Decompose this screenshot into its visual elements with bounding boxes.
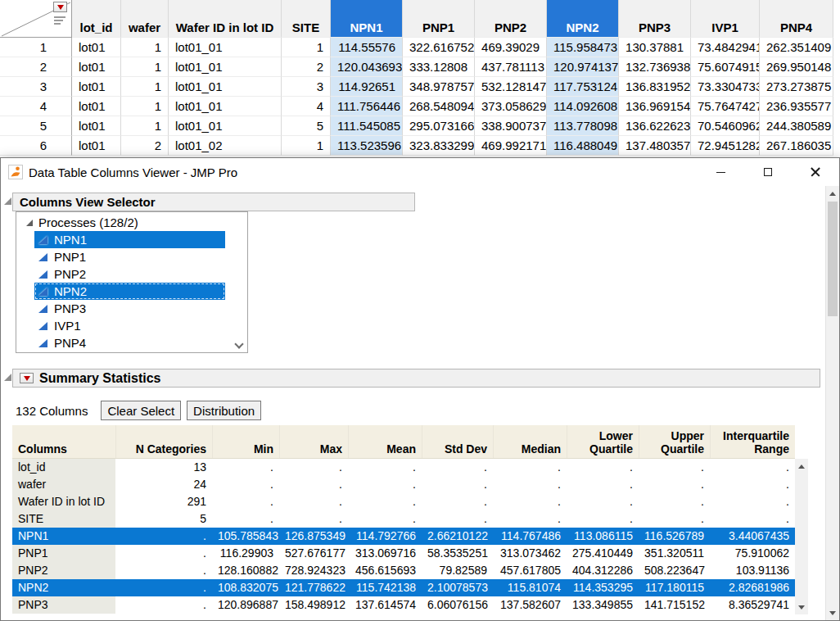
column-header-lot-id[interactable]: lot_id: [72, 0, 121, 38]
cell[interactable]: lot01: [72, 116, 121, 136]
row-number[interactable]: 5: [0, 116, 72, 136]
stats-header-std-dev[interactable]: Std Dev: [422, 425, 493, 458]
cell[interactable]: lot01: [72, 38, 121, 57]
column-header-pnp4[interactable]: PNP4: [760, 0, 833, 38]
column-header-pnp2[interactable]: PNP2: [475, 0, 547, 38]
cell[interactable]: 1: [121, 57, 169, 77]
cell[interactable]: 244.380589: [760, 116, 833, 136]
row-number[interactable]: 6: [0, 136, 72, 156]
cell[interactable]: 333.12808: [403, 57, 475, 77]
cell[interactable]: 115.958473: [547, 38, 619, 57]
stats-scroll-up-icon[interactable]: [795, 460, 808, 473]
stats-row-wafer[interactable]: wafer24........: [12, 476, 795, 493]
stats-header-median[interactable]: Median: [493, 425, 567, 458]
cell[interactable]: 469.992171: [475, 136, 547, 156]
cell[interactable]: 75.6074915: [691, 57, 760, 77]
cell[interactable]: 120.043693: [331, 57, 403, 77]
stats-header-n-categories[interactable]: N Categories: [115, 425, 212, 458]
cell[interactable]: 116.488049: [547, 136, 619, 156]
stats-row-pnp2[interactable]: PNP2.128.160882728.924323456.61569379.82…: [12, 562, 795, 579]
clear-select-button[interactable]: Clear Select: [101, 401, 181, 420]
column-header-pnp1[interactable]: PNP1: [403, 0, 475, 38]
stats-scrollbar[interactable]: [795, 459, 808, 614]
column-header-wafer-id-in-lot-id[interactable]: Wafer ID in lot ID: [169, 0, 282, 38]
summary-red-triangle-icon[interactable]: [20, 373, 34, 383]
stats-header-columns[interactable]: Columns: [12, 425, 115, 458]
tree-item-npn2[interactable]: NPN2: [34, 283, 225, 300]
stats-row-lot-id[interactable]: lot_id13........: [12, 459, 795, 476]
stats-row-npn1[interactable]: NPN1.105.785843126.875349114.7927662.662…: [12, 528, 795, 545]
tree-item-ivp1[interactable]: IVP1: [34, 317, 225, 334]
row-number[interactable]: 2: [0, 57, 72, 77]
cell[interactable]: 348.978757: [403, 77, 475, 97]
cell[interactable]: lot01_02: [169, 136, 282, 156]
cell[interactable]: lot01: [72, 77, 121, 97]
cell[interactable]: 338.900737: [475, 116, 547, 136]
column-header-wafer[interactable]: wafer: [121, 0, 169, 38]
cell[interactable]: 1: [121, 77, 169, 97]
tree-group-processes[interactable]: Processes (128/2): [16, 214, 247, 231]
distribution-button[interactable]: Distribution: [187, 401, 261, 420]
cell[interactable]: lot01: [72, 57, 121, 77]
cell[interactable]: 136.969154: [619, 97, 691, 116]
minimize-button[interactable]: [697, 158, 744, 186]
column-header-ivp1[interactable]: IVP1: [691, 0, 760, 38]
cell[interactable]: 3: [282, 77, 331, 97]
cell[interactable]: 2: [121, 136, 169, 156]
cell[interactable]: lot01_01: [169, 97, 282, 116]
cell[interactable]: lot01: [72, 97, 121, 116]
stats-header-upper-quartile[interactable]: Upper Quartile: [639, 425, 710, 458]
cell[interactable]: 114.55576: [331, 38, 403, 57]
cell[interactable]: 437.781113: [475, 57, 547, 77]
cell[interactable]: 323.833299: [403, 136, 475, 156]
cell[interactable]: 1: [282, 136, 331, 156]
cell[interactable]: 72.9451282: [691, 136, 760, 156]
stats-row-pnp1[interactable]: PNP1.116.29903527.676177313.06971658.353…: [12, 545, 795, 562]
window-titlebar[interactable]: Data Table Columns Viewer - JMP Pro: [1, 158, 839, 186]
window-scroll-down-icon[interactable]: [826, 606, 839, 619]
stats-header-max[interactable]: Max: [279, 425, 348, 458]
group-disclosure-icon[interactable]: [26, 220, 33, 226]
tree-item-pnp4[interactable]: PNP4: [34, 334, 225, 351]
stats-row-npn2[interactable]: NPN2.108.832075121.778622115.7421382.100…: [12, 579, 795, 596]
cell[interactable]: 273.273875: [760, 77, 833, 97]
cell[interactable]: 373.058629: [475, 97, 547, 116]
cell[interactable]: 130.37881: [619, 38, 691, 57]
stats-header-interquartile-range[interactable]: Interquartile Range: [710, 425, 795, 458]
tree-item-pnp2[interactable]: PNP2: [34, 265, 225, 283]
stats-header-min[interactable]: Min: [212, 425, 279, 458]
cell[interactable]: 114.092608: [547, 97, 619, 116]
cell[interactable]: 73.3304733: [691, 77, 760, 97]
cell[interactable]: 113.778098: [547, 116, 619, 136]
cell[interactable]: lot01_01: [169, 57, 282, 77]
stats-scroll-down-icon[interactable]: [795, 601, 808, 614]
stats-row-wafer-id-in-lot-id[interactable]: Wafer ID in lot ID291........: [12, 493, 795, 510]
cell[interactable]: 73.4842941: [691, 38, 760, 57]
tree-item-pnp1[interactable]: PNP1: [34, 248, 225, 265]
window-scrollbar[interactable]: [825, 186, 839, 620]
stats-row-site[interactable]: SITE5........: [12, 510, 795, 528]
selector-disclosure-icon[interactable]: [4, 197, 11, 205]
cell[interactable]: 532.128147: [475, 77, 547, 97]
columns-panel-icon[interactable]: [54, 16, 65, 25]
cell[interactable]: 111.545085: [331, 116, 403, 136]
tree-item-npn1[interactable]: NPN1: [34, 231, 225, 248]
summary-statistics-header[interactable]: Summary Statistics: [12, 369, 820, 388]
cell[interactable]: lot01_01: [169, 77, 282, 97]
tree-item-pnp3[interactable]: PNP3: [34, 300, 225, 317]
cell[interactable]: 1: [121, 116, 169, 136]
cell[interactable]: lot01_01: [169, 116, 282, 136]
cell[interactable]: 1: [121, 97, 169, 116]
cell[interactable]: 262.351409: [760, 38, 833, 57]
cell[interactable]: 70.5460962: [691, 116, 760, 136]
cell[interactable]: 136.831952: [619, 77, 691, 97]
cell[interactable]: 267.186035: [760, 136, 833, 156]
cell[interactable]: 322.616752: [403, 38, 475, 57]
cell[interactable]: 1: [121, 38, 169, 57]
cell[interactable]: lot01_01: [169, 38, 282, 57]
row-number[interactable]: 1: [0, 38, 72, 57]
cell[interactable]: 295.073166: [403, 116, 475, 136]
cell[interactable]: 113.523596: [331, 136, 403, 156]
column-header-npn2[interactable]: NPN2: [547, 0, 619, 38]
summary-disclosure-icon[interactable]: [4, 374, 11, 381]
